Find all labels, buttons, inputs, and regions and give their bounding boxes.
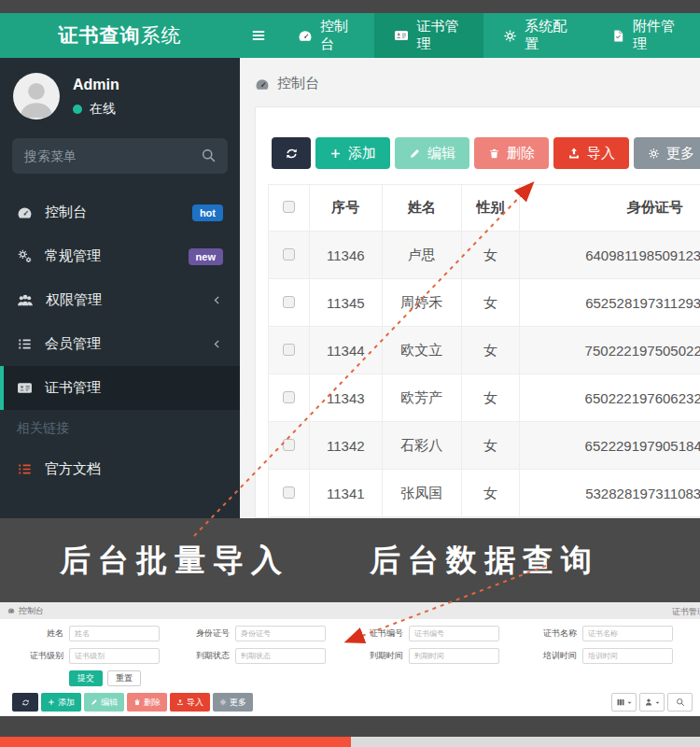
table-row: 11345 周婷禾 女 652528197311293067 <box>269 279 700 327</box>
sidebar-item-general[interactable]: 常规管理 new <box>0 234 240 278</box>
mini-table-tools <box>611 693 693 712</box>
search-icon <box>676 698 685 707</box>
sidebar-item-official-docs[interactable]: 官方文档 <box>0 447 240 491</box>
sidebar-item-members[interactable]: 会员管理 <box>0 322 240 366</box>
cell-id-number: 652229197905184226 <box>520 422 700 470</box>
column-header-id-number: 身份证号 <box>520 185 700 232</box>
gear-icon <box>219 698 227 706</box>
expiry-status-input[interactable] <box>235 648 326 664</box>
columns-toggle-button[interactable] <box>611 693 637 712</box>
submit-button[interactable]: 提交 <box>69 670 103 686</box>
field-label: 姓名 <box>4 627 63 640</box>
cell-name: 欧芳产 <box>382 374 461 422</box>
mini-add-button[interactable]: 添加 <box>41 693 81 712</box>
pencil-icon <box>409 148 421 160</box>
field-label: 证书名称 <box>517 627 577 640</box>
menu-search-input[interactable] <box>12 138 228 174</box>
cell-gender: 女 <box>461 232 520 279</box>
user-filter-button[interactable] <box>639 693 665 712</box>
row-checkbox[interactable] <box>283 296 295 308</box>
row-checkbox[interactable] <box>283 344 295 356</box>
mini-import-button[interactable]: 导入 <box>170 693 210 712</box>
refresh-icon <box>285 147 299 161</box>
field-cert-name: 证书名称 <box>517 626 691 641</box>
sidebar-item-certificates[interactable]: 证书管理 <box>0 366 240 410</box>
columns-icon <box>616 698 625 707</box>
sidebar-search <box>12 138 228 174</box>
sidebar: Admin 在线 控制台 hot 常规管理 new 权限管理 会员管 <box>0 58 240 518</box>
column-header-seq: 序号 <box>309 185 382 232</box>
table-row: 11342 石彩八 女 652229197905184226 <box>269 422 700 470</box>
row-checkbox[interactable] <box>283 248 295 261</box>
online-status-label: 在线 <box>90 101 116 118</box>
mini-delete-label: 删除 <box>144 697 161 709</box>
id-card-icon <box>394 28 409 43</box>
expiry-time-input[interactable] <box>409 648 499 664</box>
caret-down-icon <box>654 699 661 706</box>
edit-button[interactable]: 编辑 <box>395 137 469 169</box>
cell-seq: 11344 <box>309 327 382 374</box>
mini-delete-button[interactable]: 删除 <box>127 693 167 712</box>
refresh-button[interactable] <box>272 137 311 169</box>
row-checkbox[interactable] <box>283 486 295 499</box>
cert-number-input[interactable] <box>409 626 499 641</box>
nav-item-console[interactable]: 控制台 <box>278 13 374 58</box>
name-input[interactable] <box>69 626 160 641</box>
content-card: 添加 编辑 删除 导入 更多 <box>255 106 700 518</box>
nav-item-certificates[interactable]: 证书管理 <box>374 13 483 58</box>
cell-name: 周婷禾 <box>382 279 461 327</box>
reset-button[interactable]: 重置 <box>107 670 141 686</box>
mini-breadcrumb-label: 控制台 <box>19 605 44 617</box>
mini-refresh-button[interactable] <box>12 693 38 712</box>
upload-icon <box>567 147 581 160</box>
sidebar-toggle-button[interactable] <box>240 13 278 58</box>
cell-id-number: 532828197311083525 <box>520 470 700 517</box>
select-all-checkbox[interactable] <box>283 201 295 213</box>
nav-item-system-config[interactable]: 系统配置 <box>483 13 592 58</box>
training-time-input[interactable] <box>582 648 673 664</box>
field-label: 到期时间 <box>343 650 403 662</box>
cert-name-input[interactable] <box>582 626 673 641</box>
mini-search-card: 姓名 身份证号 证书编号 证书名称 证书级别 到期状态 <box>0 619 700 715</box>
cell-gender: 女 <box>461 374 520 422</box>
file-icon <box>611 29 625 43</box>
app-logo-bold: 证书查询 <box>59 22 141 49</box>
field-label: 身份证号 <box>170 627 230 640</box>
mini-add-label: 添加 <box>58 697 75 709</box>
more-button[interactable]: 更多 <box>634 137 700 169</box>
cell-seq: 11342 <box>309 422 382 470</box>
sidebar-section-title: 相关链接 <box>0 410 240 447</box>
column-header-name: 姓名 <box>382 185 461 232</box>
field-name: 姓名 <box>4 626 170 641</box>
cell-gender: 女 <box>461 327 520 374</box>
nav-item-label: 附件管理 <box>633 18 680 53</box>
cert-level-input[interactable] <box>69 648 160 664</box>
row-checkbox[interactable] <box>283 391 295 403</box>
person-icon <box>644 698 653 707</box>
mini-edit-button[interactable]: 编辑 <box>84 693 124 712</box>
import-button[interactable]: 导入 <box>553 137 629 169</box>
import-button-label: 导入 <box>587 145 615 162</box>
id-number-input[interactable] <box>235 626 326 641</box>
gear-icon <box>648 148 660 160</box>
search-icon[interactable] <box>201 148 217 163</box>
online-status-dot <box>73 105 82 114</box>
mini-more-label: 更多 <box>230 697 246 709</box>
user-name: Admin <box>73 77 119 93</box>
sidebar-item-permissions[interactable]: 权限管理 <box>0 278 240 322</box>
field-label: 到期状态 <box>170 650 230 662</box>
sidebar-item-console[interactable]: 控制台 hot <box>0 190 240 234</box>
mini-more-button[interactable]: 更多 <box>213 693 253 712</box>
delete-button[interactable]: 删除 <box>474 137 549 169</box>
records-table: 序号 姓名 性别 身份证号 11346 卢思 女 640981198509123… <box>268 184 700 517</box>
avatar[interactable] <box>13 73 60 120</box>
add-button[interactable]: 添加 <box>315 137 390 169</box>
top-nav: 控制台 证书管理 系统配置 附件管理 <box>240 13 700 58</box>
row-checkbox[interactable] <box>283 439 295 451</box>
main-content: 控制台 添加 编辑 删除 导入 更 <box>240 58 700 518</box>
field-id-number: 身份证号 <box>170 626 343 641</box>
mini-search-button[interactable] <box>667 693 693 712</box>
bottom-dark-band <box>0 716 700 737</box>
table-row: 11344 欧文立 女 750222197505022626 <box>269 327 700 374</box>
nav-item-attachments[interactable]: 附件管理 <box>592 13 700 58</box>
